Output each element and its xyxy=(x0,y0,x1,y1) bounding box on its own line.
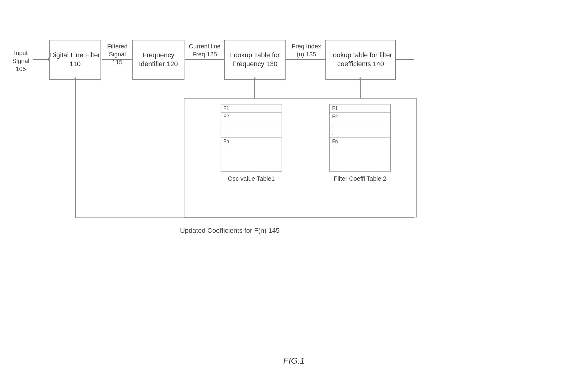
figure-label: FIG.1 xyxy=(283,356,305,366)
osc-value-table: F1 F2 . . Fn xyxy=(221,104,282,172)
filter-row-dot1: . xyxy=(330,121,390,129)
osc-row-f2: F2 xyxy=(221,113,282,121)
arrow-osctable-to-lookupfreq xyxy=(254,80,255,99)
arrow-right-out xyxy=(396,59,414,60)
arrow-lookupfreq-to-lookupfilter xyxy=(286,59,325,60)
updated-coefficients-label: Updated Coefficients for F(n) 145 xyxy=(123,227,337,235)
filter-row-f1: F1 xyxy=(330,104,390,113)
lookup-filter-block: Lookup table for filter coefficients 140 xyxy=(325,40,396,80)
filter-row-f2: F2 xyxy=(330,113,390,121)
osc-table-label: Osc value Table1 xyxy=(221,175,282,183)
lookup-freq-block: Lookup Table for Frequency 130 xyxy=(224,40,286,80)
osc-row-dot1: . xyxy=(221,121,282,129)
filter-row-fn: Fn xyxy=(330,138,390,146)
arrow-bottom-left-up xyxy=(75,80,76,218)
freq-index-label: Freq Index (n) 135 xyxy=(288,42,325,58)
filter-row-dot2: . xyxy=(330,129,390,138)
filtered-signal-label: Filtered Signal 115 xyxy=(104,42,131,66)
arrow-outer-right-to-downright xyxy=(414,217,414,218)
arrow-input-to-filter xyxy=(33,59,49,60)
arrow-bottom-right xyxy=(75,217,414,218)
arrow-filtertable-to-lookupfilter xyxy=(360,80,361,99)
frequency-identifier-block: Frequency Identifier 120 xyxy=(132,40,184,80)
current-line-freq-label: Current line Freq 125 xyxy=(186,42,223,58)
osc-row-fn: Fn xyxy=(221,138,282,146)
filter-table-label: Filter Coeffi Table 2 xyxy=(329,175,391,183)
osc-row-f1: F1 xyxy=(221,104,282,113)
digital-line-filter-block: Digital Line Filter 110 xyxy=(49,40,101,80)
osc-row-dot2: . xyxy=(221,129,282,138)
arrow-freqid-to-lookup xyxy=(185,59,224,60)
input-signal-label: Input Signal 105 xyxy=(9,49,33,73)
arrow-filter-to-freq xyxy=(102,59,132,60)
diagram-container: Input Signal 105 Digital Line Filter 110… xyxy=(0,9,588,346)
filter-coeff-table: F1 F2 . . Fn xyxy=(329,104,391,172)
